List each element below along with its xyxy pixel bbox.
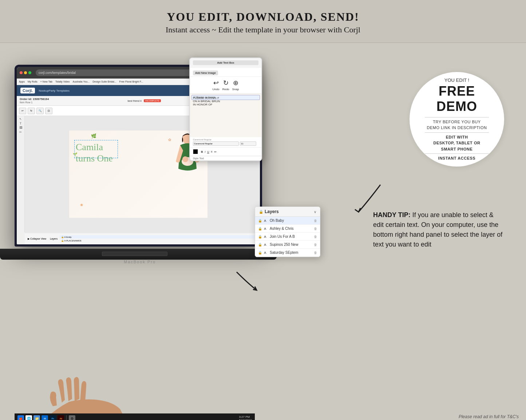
layer-item-5[interactable]: 🔒 A Saturday SEptem 🗑 xyxy=(255,249,320,257)
laptop-base xyxy=(0,249,277,260)
collapse-view-btn[interactable]: ▶ Collapse View xyxy=(28,237,46,240)
layer-lock-2: 🔒 xyxy=(258,227,262,231)
bookmark-rolls[interactable]: My Rolls xyxy=(28,80,37,83)
laptop-layers-bar: ▶ Collapse View Layers 🔒 A Emily 🔒 A PLA… xyxy=(25,233,260,244)
layer-type-4: A xyxy=(264,243,268,247)
tool-select[interactable]: ↖ xyxy=(19,117,22,121)
redo-btn[interactable]: ↻ xyxy=(28,108,35,114)
bookmark-apps[interactable]: Apps xyxy=(19,80,25,83)
lock-icon: 🔒 xyxy=(259,210,263,214)
font-size-input[interactable] xyxy=(240,141,256,146)
layers-title-text: Layers xyxy=(265,209,279,214)
layer-delete-4[interactable]: 🗑 xyxy=(314,243,317,247)
taskbar-chrome[interactable]: 🌐 xyxy=(25,415,32,420)
bookmark-free[interactable]: Free Floral Bright F... xyxy=(119,80,143,83)
tool-text[interactable]: T xyxy=(20,122,21,125)
close-dot[interactable] xyxy=(20,71,23,74)
underline-btn[interactable]: U xyxy=(207,150,209,153)
bold-btn[interactable]: B xyxy=(201,150,203,153)
url-text: corjl.com/templates/bridal xyxy=(39,71,76,75)
font-controls xyxy=(193,141,258,146)
tool-crop[interactable]: ✂ xyxy=(19,131,22,134)
phone-top-bar: Add Text Box xyxy=(190,58,261,68)
undo-btn[interactable]: ↩ xyxy=(19,108,26,114)
free-demo-circle: YOU EDIT ! FREE DEMO TRY BEFORE YOU BUY … xyxy=(410,72,504,167)
zoom-btn[interactable]: 🔍 xyxy=(36,108,44,114)
demo-free: FREE xyxy=(439,84,475,99)
trackpad[interactable] xyxy=(102,252,167,256)
align-left-btn[interactable]: ≡ xyxy=(211,150,213,153)
phone-redo-tool[interactable]: ↻ Redo xyxy=(222,79,229,91)
layer-delete-1[interactable]: 🗑 xyxy=(314,219,317,223)
fit-btn[interactable]: ⊡ xyxy=(45,108,52,114)
tool-img[interactable]: 🖼 xyxy=(19,126,22,129)
snap-label: Snap xyxy=(232,88,239,91)
order-item: Item Row 1 xyxy=(20,101,32,104)
layer-item-2[interactable]: 🔒 A PLACENAMOS xyxy=(60,239,257,242)
minimize-dot[interactable] xyxy=(24,71,27,74)
handy-tip-section: HANDY TIP: If you are unable to select &… xyxy=(373,210,504,249)
phone-tools-row: ↩ Undo ↻ Redo ⊕ Snap xyxy=(190,77,261,93)
demo-instant: INSTANT ACCESS xyxy=(438,155,475,161)
layer-lock-3: 🔒 xyxy=(258,235,262,239)
layers-header: 🔒 Layers ∨ xyxy=(255,207,320,217)
phone-snap-tool[interactable]: ⊕ Snap xyxy=(232,79,239,91)
bookmark-design[interactable]: Design Suite Bridal... xyxy=(92,80,116,83)
taskbar-ai[interactable]: Ai xyxy=(58,415,64,420)
phone-font-section: Garamond Regular xyxy=(190,137,261,148)
style-text-label: Style Text xyxy=(193,157,204,160)
bookmark-video[interactable]: Totally Video xyxy=(55,80,70,83)
taskbar-time: 3:27 PM 6/18/2019 xyxy=(239,415,252,420)
color-swatch-black[interactable] xyxy=(193,149,198,154)
maximize-dot[interactable] xyxy=(28,71,31,74)
add-image-btn[interactable]: Add New Image xyxy=(193,71,218,75)
demo-demo: DEMO xyxy=(436,99,477,114)
hand-svg xyxy=(11,344,149,420)
spacing-btn[interactable]: ⇔ xyxy=(214,150,217,153)
order-id: Order Id: 1509758194 xyxy=(20,97,49,101)
layers-panel: 🔒 Layers ∨ 🔒 A Oh Baby 🗑 🔒 A Ashley & Ch… xyxy=(255,207,320,257)
layer-item-active[interactable]: 🔒 A Emily xyxy=(60,235,257,239)
phone-undo-tool[interactable]: ↩ Undo xyxy=(213,79,220,91)
phone-canvas-preview: ☑ Resize as Image PLEASE JOIN US F ON A … xyxy=(190,93,261,137)
macbook-label: MacBook Pro xyxy=(124,260,156,264)
nav-nookuparty[interactable]: NookupParty Templates xyxy=(39,89,70,92)
taskbar-photoshop[interactable]: Ps xyxy=(50,415,56,420)
arrow-to-tip xyxy=(351,181,388,217)
phone-mockup: Add Text Box Add New Image ↩ Undo ↻ Redo… xyxy=(189,57,262,161)
layer-item-1[interactable]: 🔒 A Oh Baby 🗑 xyxy=(255,217,320,225)
taskbar-divider xyxy=(66,415,67,420)
layer-delete-3[interactable]: 🗑 xyxy=(314,235,317,239)
taskbar-system[interactable]: ⚙ xyxy=(69,415,75,420)
layers-chevron-icon[interactable]: ∨ xyxy=(314,210,316,214)
layers-title: 🔒 Layers xyxy=(259,209,279,214)
taskbar-mail[interactable]: ✉ xyxy=(41,415,48,420)
decor-flower2: ❀ xyxy=(80,203,83,207)
hand-container xyxy=(11,344,149,420)
bookmark-aus[interactable]: Australia You... xyxy=(73,80,90,83)
laptop-layers-label: Layers xyxy=(50,237,58,240)
layer-lock-4: 🔒 xyxy=(258,243,262,247)
layer-name-1: Oh Baby xyxy=(270,219,312,223)
phone-canvas-text: PLEASE JOIN US F ON A BRIDAL BRUN IN HON… xyxy=(193,96,220,106)
layer-item-2[interactable]: 🔒 A Ashley & Chris 🗑 xyxy=(255,225,320,233)
layer-name-4: Supinos 250 New xyxy=(270,243,312,247)
font-family-input[interactable] xyxy=(193,141,239,146)
order-item-name: best friend 4 xyxy=(127,100,142,102)
banner-subtitle: Instant access ~ Edit the template in yo… xyxy=(7,25,519,35)
bookmark-newtab[interactable]: + New Tab xyxy=(40,80,52,83)
layer-item-4[interactable]: 🔒 A Supinos 250 New 🗑 xyxy=(255,241,320,249)
layer-lock-5: 🔒 xyxy=(258,251,262,255)
taskbar-folder[interactable]: 📁 xyxy=(33,415,40,420)
italic-btn[interactable]: I xyxy=(205,150,205,153)
demo-divider-1 xyxy=(425,117,489,117)
taskbar-finder[interactable]: 🍎 xyxy=(17,415,24,420)
layer-delete-5[interactable]: 🗑 xyxy=(314,251,317,255)
layer-type-1: A xyxy=(264,219,268,223)
layer-item-3[interactable]: 🔒 A Join Us For A B 🗑 xyxy=(255,233,320,241)
selection-indicator xyxy=(74,140,118,158)
add-textbox-btn[interactable]: Add Text Box xyxy=(193,60,258,65)
layer-delete-2[interactable]: 🗑 xyxy=(314,227,317,231)
layer-type-5: A xyxy=(264,251,268,255)
taskbar: 🍎 🌐 📁 ✉ Ps Ai ⚙ 3:27 PM 6/18/2019 xyxy=(15,413,255,420)
